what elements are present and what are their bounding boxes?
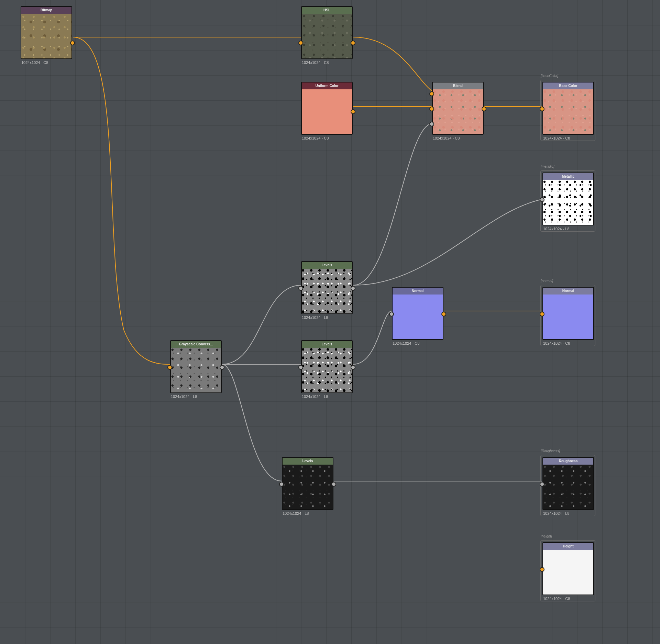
node-thumbnail — [21, 14, 72, 58]
input-port[interactable] — [279, 482, 284, 487]
output-port[interactable] — [351, 41, 355, 45]
node-caption: 1024x1024 - L8 — [542, 511, 594, 515]
input-port[interactable] — [540, 197, 544, 202]
node-caption: 1024x1024 - C8 — [542, 597, 594, 601]
node-thumbnail — [302, 89, 352, 134]
node-thumbnail — [543, 295, 593, 339]
input-port[interactable] — [540, 107, 544, 111]
node-title: HSL — [302, 7, 352, 14]
input-port-fg[interactable] — [429, 91, 434, 96]
node-title: Bitmap — [21, 7, 72, 14]
node-caption: 1024x1024 - C8 — [301, 136, 353, 140]
node-thumbnail — [302, 14, 352, 58]
node-normal-output[interactable]: Normal 1024x1024 - C8 — [542, 287, 594, 345]
input-port[interactable] — [298, 286, 303, 291]
input-port[interactable] — [540, 567, 544, 572]
node-caption: 1024x1024 - L8 — [282, 511, 333, 515]
node-hsl[interactable]: HSL 1024x1024 - C8 — [301, 6, 353, 65]
node-caption: 1024x1024 - C8 — [432, 136, 484, 140]
node-thumbnail — [543, 89, 593, 134]
output-annotation: [height] — [541, 534, 552, 538]
node-title: Height — [543, 543, 593, 550]
node-grayscale-conversion[interactable]: Grayscale Convers... 1024x1024 - L8 — [170, 340, 222, 399]
output-port[interactable] — [482, 107, 486, 111]
node-normal[interactable]: Normal 1024x1024 - C8 — [392, 287, 443, 345]
input-port[interactable] — [389, 312, 394, 317]
node-caption: 1024x1024 - C8 — [392, 341, 443, 345]
node-thumbnail — [393, 295, 443, 339]
output-port[interactable] — [351, 109, 355, 114]
node-title: Levels — [283, 458, 333, 465]
node-caption: 1024x1024 - C8 — [301, 60, 353, 65]
node-caption: 1024x1024 - L8 — [170, 395, 222, 399]
node-caption: 1024x1024 - C8 — [542, 136, 594, 140]
node-title: Blend — [433, 82, 483, 89]
output-port[interactable] — [331, 482, 336, 487]
input-port-bg[interactable] — [429, 107, 434, 111]
node-caption: 1024x1024 - L8 — [301, 315, 353, 320]
node-title: Uniform Color — [302, 82, 352, 89]
input-port[interactable] — [540, 312, 544, 317]
output-annotation: [normal] — [541, 279, 553, 283]
output-port[interactable] — [70, 41, 75, 45]
node-thumbnail — [302, 269, 352, 313]
node-thumbnail — [543, 465, 593, 509]
node-caption: 1024x1024 - L8 — [542, 227, 594, 231]
node-levels-1[interactable]: Levels 1024x1024 - L8 — [301, 261, 353, 320]
node-thumbnail — [543, 550, 593, 595]
node-caption: 1024x1024 - L8 — [301, 395, 353, 399]
node-blend[interactable]: Blend 1024x1024 - C8 — [432, 82, 484, 140]
node-title: Normal — [393, 288, 443, 295]
node-levels-2[interactable]: Levels 1024x1024 - L8 — [301, 340, 353, 399]
input-port[interactable] — [167, 365, 172, 370]
node-thumbnail — [171, 348, 221, 392]
node-title: Roughness — [543, 458, 593, 465]
input-port[interactable] — [298, 41, 303, 45]
node-metallic[interactable]: Metallic 1024x1024 - L8 — [542, 173, 594, 231]
node-title: Normal — [543, 288, 593, 295]
node-title: Grayscale Convers... — [171, 341, 221, 348]
node-title: Levels — [302, 341, 352, 348]
node-caption: 1024x1024 - C8 — [21, 60, 72, 65]
node-caption: 1024x1024 - C8 — [542, 341, 594, 345]
input-port-mask[interactable] — [429, 122, 434, 126]
node-graph-canvas[interactable]: Bitmap 1024x1024 - C8 HSL 1024x1024 - C8… — [0, 0, 660, 644]
node-bitmap[interactable]: Bitmap 1024x1024 - C8 — [21, 6, 72, 65]
node-title: Metallic — [543, 173, 593, 180]
node-levels-3[interactable]: Levels 1024x1024 - L8 — [282, 457, 333, 515]
input-port[interactable] — [298, 365, 303, 370]
node-title: Levels — [302, 262, 352, 269]
node-title: Base Color — [543, 82, 593, 89]
output-annotation: [Roughness] — [541, 449, 560, 453]
node-roughness[interactable]: Roughness 1024x1024 - L8 — [542, 457, 594, 515]
node-uniform-color[interactable]: Uniform Color 1024x1024 - C8 — [301, 82, 353, 140]
output-port[interactable] — [351, 365, 355, 370]
node-thumbnail — [543, 180, 593, 225]
output-port[interactable] — [220, 365, 224, 370]
input-port[interactable] — [540, 482, 544, 487]
node-height[interactable]: Height 1024x1024 - C8 — [542, 542, 594, 601]
output-port[interactable] — [441, 312, 446, 317]
node-base-color[interactable]: Base Color 1024x1024 - C8 — [542, 82, 594, 140]
output-annotation: [baseColor] — [541, 74, 558, 78]
node-thumbnail — [283, 465, 333, 509]
node-thumbnail — [433, 89, 483, 134]
node-thumbnail — [302, 348, 352, 392]
output-annotation: [metallic] — [541, 165, 554, 168]
output-port[interactable] — [351, 286, 355, 291]
